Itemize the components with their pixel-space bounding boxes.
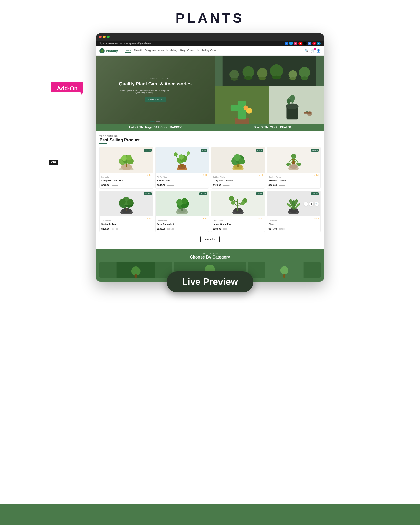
hero-cta-button[interactable]: SHOP NOW → bbox=[145, 97, 166, 102]
hero-dot-1[interactable] bbox=[150, 121, 155, 122]
cart-button-8[interactable]: 🛒 bbox=[314, 202, 319, 206]
product-image-6: -53.2% bbox=[156, 191, 209, 216]
cart-icon[interactable]: 🛒 1 bbox=[311, 49, 315, 53]
search-icon[interactable]: 🔍 bbox=[305, 49, 309, 53]
product-price-7: $180.00 bbox=[213, 227, 221, 230]
svg-point-75 bbox=[241, 201, 245, 205]
product-name-5: Umbrella Tree bbox=[101, 223, 152, 225]
close-dot bbox=[99, 36, 102, 38]
product-image-1: -17.2% bbox=[100, 147, 153, 173]
svg-point-39 bbox=[187, 151, 190, 155]
svg-rect-61 bbox=[126, 208, 127, 211]
account-icon[interactable]: 👤 bbox=[317, 49, 321, 53]
product-info-2: Air Purifying ★ 0.0 Spider Plant $240.00… bbox=[156, 173, 209, 188]
products-grid-row2: -33.3% Air Purifying ★ 0.0 Umbrella Tree… bbox=[99, 191, 321, 232]
version-label: V10 bbox=[49, 160, 58, 165]
pinterest-icon[interactable]: P bbox=[312, 42, 316, 45]
product-name-7: Italian Stone Pine bbox=[213, 223, 263, 225]
svg-rect-40 bbox=[181, 164, 183, 167]
view-all-button[interactable]: View All → bbox=[200, 236, 220, 242]
youtube-icon[interactable]: ▶ bbox=[298, 42, 302, 45]
linkedin-icon[interactable]: in bbox=[317, 42, 321, 45]
discount-badge-7: -5.3% bbox=[256, 192, 263, 195]
svg-point-72 bbox=[229, 196, 234, 201]
bottom-label: OUR TOP LIST bbox=[99, 253, 321, 255]
product-card-6[interactable]: -53.2% Office Plants ★ 0.0 Jade Succulen… bbox=[155, 191, 209, 232]
product-card-3[interactable]: -7.7% Outdoor Plants ★ 0.0 Grey Star Cal… bbox=[211, 147, 265, 189]
twitter-icon[interactable]: t bbox=[289, 42, 293, 45]
wishlist-button-8[interactable]: ♡ bbox=[304, 202, 308, 206]
tiktok-icon[interactable]: ♪ bbox=[303, 42, 307, 45]
svg-point-24 bbox=[307, 111, 312, 116]
hero-image-top bbox=[215, 56, 324, 86]
discount-badge-2: -4.0% bbox=[201, 149, 207, 152]
svg-point-60 bbox=[127, 199, 133, 205]
product-card-8[interactable]: -40.8% ♡ ⊕ 🛒 Low water ★ 0.0 Aloe bbox=[267, 191, 321, 232]
svg-rect-47 bbox=[237, 164, 239, 167]
offer-2: Deal Of The Week : DEAL60 bbox=[254, 126, 291, 129]
product-category-3: Outdoor Plants bbox=[213, 176, 225, 178]
product-old-price-8: $245.00 bbox=[279, 228, 285, 230]
nav-find-order[interactable]: Find My Order bbox=[201, 49, 216, 53]
logo[interactable]: 🌿 Plantify. bbox=[99, 48, 119, 53]
facebook-icon[interactable]: f bbox=[285, 42, 288, 45]
product-old-price-6: $100.00 bbox=[167, 228, 174, 230]
svg-point-21 bbox=[286, 103, 299, 109]
product-category-5: Air Purifying bbox=[101, 220, 111, 222]
product-info-6: Office Plants ★ 0.0 Jade Succulent $140.… bbox=[156, 216, 209, 232]
hero-banner: BEST COLLECTION Quality Plant Care & Acc… bbox=[96, 56, 215, 124]
live-preview-button[interactable]: Live Preview bbox=[167, 271, 253, 292]
hero-plant-grid-image bbox=[215, 56, 324, 86]
browser-mockup: 📞 919016996697 | ✉ paperapp2244@gmail.co… bbox=[96, 33, 324, 282]
minimize-dot bbox=[103, 36, 106, 38]
product-rating-4: ★ 0.0 bbox=[314, 174, 319, 176]
product-card-4[interactable]: -54.7% Outdoor Plants ★ 0.0 Viksberg pla… bbox=[267, 147, 321, 189]
nav-blog[interactable]: Blog bbox=[180, 49, 185, 53]
product-price-wrap-7: $180.00 $190.00 bbox=[213, 226, 263, 231]
nav-contact[interactable]: Contact Us bbox=[187, 49, 199, 53]
product-price-wrap-5: $200.00 $300.00 bbox=[101, 226, 152, 231]
svg-point-52 bbox=[286, 163, 290, 166]
svg-point-74 bbox=[231, 201, 235, 205]
maximize-dot bbox=[107, 36, 110, 38]
product-name-4: Viksberg planter bbox=[269, 179, 319, 182]
product-card-5[interactable]: -33.3% Air Purifying ★ 0.0 Umbrella Tree… bbox=[99, 191, 153, 232]
product-info-3: Outdoor Plants ★ 0.0 Grey Star Calathea … bbox=[211, 173, 265, 188]
compare-button-8[interactable]: ⊕ bbox=[309, 202, 314, 206]
product-card-2[interactable]: -4.0% Air Purifying ★ 0.0 Spider Plant $… bbox=[155, 147, 209, 189]
nav-about[interactable]: About Us bbox=[158, 49, 168, 53]
product-card-7[interactable]: -5.3% Office Plants ★ 0.0 Italian Stone … bbox=[211, 191, 265, 232]
svg-point-67 bbox=[182, 198, 188, 204]
product-category-7: Office Plants bbox=[213, 220, 223, 222]
product-rating-3: ★ 0.0 bbox=[258, 174, 263, 176]
nav-categories[interactable]: Categories bbox=[145, 49, 156, 53]
product-old-price-3: $130.00 bbox=[223, 184, 229, 186]
product-card-1[interactable]: -17.2% Low water ★ 0.0 Kangaroo Paw Fern… bbox=[99, 147, 153, 189]
product-price-wrap-1: $240.00 $390.00 bbox=[101, 182, 152, 187]
hero-dot-2[interactable] bbox=[156, 121, 160, 122]
svg-point-10 bbox=[289, 77, 296, 80]
svg-point-46 bbox=[239, 158, 245, 164]
discount-badge-8: -40.8% bbox=[311, 192, 319, 195]
hero-cactus-image bbox=[215, 86, 269, 124]
product-image-5: -33.3% bbox=[100, 191, 153, 216]
svg-point-18 bbox=[243, 105, 248, 110]
hero-images bbox=[215, 56, 324, 124]
product-price-5: $200.00 bbox=[101, 227, 110, 230]
hero-subtitle: BEST COLLECTION bbox=[119, 77, 192, 80]
svg-point-9 bbox=[288, 70, 297, 79]
product-price-2: $240.00 bbox=[157, 184, 166, 186]
product-rating-7: ★ 0.0 bbox=[258, 218, 263, 220]
hero-content: BEST COLLECTION Quality Plant Care & Acc… bbox=[119, 77, 192, 102]
svg-point-59 bbox=[119, 199, 126, 205]
product-name-2: Spider Plant bbox=[157, 179, 207, 182]
nav-home[interactable]: Home bbox=[125, 49, 131, 53]
google-icon[interactable]: G bbox=[308, 42, 311, 45]
instagram-icon[interactable]: in bbox=[294, 42, 297, 45]
nav-gallery[interactable]: Gallery bbox=[170, 49, 178, 53]
page-wrapper: PLANTS Add-On V10 📞 919016996697 | ✉ pap… bbox=[0, 0, 420, 525]
nav-shop-all[interactable]: Shop All bbox=[134, 49, 142, 53]
browser-bar bbox=[96, 33, 324, 41]
product-old-price-7: $190.00 bbox=[223, 228, 229, 230]
social-icons: f t in ▶ ♪ G P in bbox=[285, 42, 321, 45]
